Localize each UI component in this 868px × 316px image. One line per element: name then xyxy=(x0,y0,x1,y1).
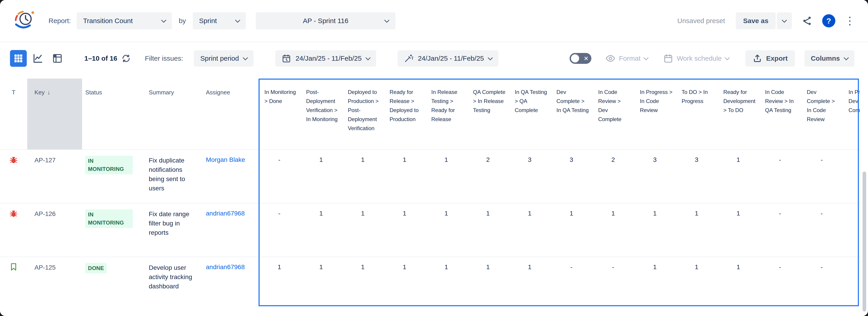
transition-count-cell: 1 xyxy=(300,257,342,310)
transition-column-header[interactable]: To DO > In Progress xyxy=(676,78,717,149)
transition-count-cell: - xyxy=(801,257,843,310)
chart-view-button[interactable] xyxy=(29,50,46,67)
column-header-assignee[interactable]: Assignee xyxy=(204,78,258,149)
refresh-button[interactable] xyxy=(121,54,131,63)
work-date-range-select[interactable]: 24/Jan/25 - 11/Feb/25 xyxy=(398,50,498,67)
vertical-scrollbar-thumb[interactable] xyxy=(863,172,866,312)
chevron-down-icon xyxy=(235,17,240,23)
transition-count-cell: 1 xyxy=(676,257,717,310)
group-by-value: Sprint xyxy=(199,17,217,25)
issue-row: AP-127IN MONITORINGFix duplicate notific… xyxy=(0,149,860,203)
report-type-select[interactable]: Transition Count xyxy=(76,12,172,29)
export-button[interactable]: Export xyxy=(745,50,795,67)
status-badge: IN MONITORING xyxy=(85,209,133,228)
chevron-down-icon xyxy=(643,55,649,61)
work-schedule-label: Work schedule xyxy=(677,55,722,62)
assignee-link[interactable]: andrian67968 xyxy=(206,210,245,217)
issue-summary[interactable]: Fix date range filter bug in reports xyxy=(147,204,204,257)
columns-button[interactable]: Columns xyxy=(805,50,855,67)
status-cell: IN MONITORING xyxy=(82,150,147,203)
transition-column-header[interactable]: Post-Deployment Verification > In Monito… xyxy=(300,78,342,149)
transition-count-cell: 2 xyxy=(467,150,509,203)
transition-count-cell: 1 xyxy=(467,204,509,257)
transition-column-header[interactable]: In Code Review > Dev Complete xyxy=(592,78,634,149)
share-button[interactable] xyxy=(802,15,812,26)
transition-count-cell: 1 xyxy=(342,204,384,257)
save-as-menu-button[interactable] xyxy=(777,12,792,29)
issue-key[interactable]: AP-127 xyxy=(27,150,82,203)
sprint-date-range-select[interactable]: 24/Jan/25 - 11/Feb/25 xyxy=(275,50,376,67)
app-logo-icon xyxy=(12,9,35,33)
transition-column-header[interactable]: Dev Complete > In QA Testing xyxy=(551,78,592,149)
transition-column-header[interactable]: In Progress > Dev Complete xyxy=(843,78,860,149)
toggle-knob xyxy=(571,54,579,63)
transition-column-header[interactable]: In Code Review > In QA Testing xyxy=(759,78,801,149)
pivot-table-icon xyxy=(52,53,63,64)
transition-column-header[interactable]: Ready for Release > Deployed to Producti… xyxy=(384,78,425,149)
chevron-down-icon xyxy=(384,17,390,23)
type-header-label: T xyxy=(12,89,16,96)
column-header-type[interactable]: T xyxy=(0,78,27,149)
transition-column-header[interactable]: Ready for Development > To DO xyxy=(717,78,759,149)
chevron-down-icon xyxy=(724,55,730,61)
transition-count-cell: - xyxy=(759,257,801,310)
transition-column-header[interactable]: In QA Testing > QA Complete xyxy=(509,78,551,149)
transition-column-header[interactable]: In Release Testing > Ready for Release xyxy=(425,78,467,149)
transition-count-cell: 3 xyxy=(551,150,592,203)
issue-type-bug-icon xyxy=(0,204,27,257)
transition-count-cell: 1 xyxy=(384,257,425,310)
filter-period-select[interactable]: Sprint period xyxy=(194,50,253,67)
save-as-button[interactable]: Save as xyxy=(736,12,776,29)
assignee-link[interactable]: Morgan Blake xyxy=(206,156,245,163)
group-by-select[interactable]: Sprint xyxy=(193,12,246,29)
column-header-status[interactable]: Status xyxy=(82,78,147,149)
issue-key[interactable]: AP-126 xyxy=(27,204,82,257)
eye-icon xyxy=(606,54,615,63)
sprint-select[interactable]: AP - Sprint 116 xyxy=(256,12,396,29)
sort-descending-icon: ↓ xyxy=(48,89,50,96)
issue-type-story-icon xyxy=(0,257,27,310)
transition-count-cell: 1 xyxy=(384,204,425,257)
issue-row: AP-126IN MONITORINGFix date range filter… xyxy=(0,203,860,257)
transition-column-header[interactable]: In Progress > In Code Review xyxy=(634,78,676,149)
bookmark-icon xyxy=(9,262,18,271)
work-schedule-button-disabled[interactable]: Work schedule xyxy=(662,53,731,64)
transition-count-cell: 1 xyxy=(509,257,551,310)
transition-column-header[interactable]: Deployed to Production > Post-Deployment… xyxy=(342,78,384,149)
status-badge: IN MONITORING xyxy=(85,156,133,174)
transition-column-header[interactable]: Dev Complete > In Code Review xyxy=(801,78,843,149)
issue-summary[interactable]: Develop user activity tracking dashboard xyxy=(147,257,204,310)
more-menu-button[interactable]: ⋮ xyxy=(844,15,855,26)
bug-icon xyxy=(9,155,19,165)
transition-count-cell xyxy=(843,150,860,203)
report-toolbar: 1–10 of 16 Filter issues: Sprint period … xyxy=(0,42,868,75)
export-icon xyxy=(752,54,762,63)
help-button[interactable]: ? xyxy=(822,14,835,27)
issue-key[interactable]: AP-125 xyxy=(27,257,82,310)
transition-count-cell: 1 xyxy=(634,204,676,257)
toggle-switch[interactable] xyxy=(569,53,591,64)
assignee-link[interactable]: andrian67968 xyxy=(206,264,245,271)
transition-count-cell: 1 xyxy=(425,204,467,257)
column-header-summary[interactable]: Summary xyxy=(147,78,204,149)
issue-type-bug-icon xyxy=(0,150,27,203)
format-button-disabled[interactable]: Format xyxy=(604,53,649,64)
pivot-view-button[interactable] xyxy=(49,50,66,67)
status-header-label: Status xyxy=(85,89,102,96)
transition-column-header[interactable]: In Monitoring > Done xyxy=(258,78,300,149)
column-header-key[interactable]: Key ↓ xyxy=(27,78,82,149)
magic-wand-icon xyxy=(404,54,413,63)
columns-label: Columns xyxy=(811,55,840,62)
transition-column-header[interactable]: QA Complete > In Release Testing xyxy=(467,78,509,149)
summary-header-label: Summary xyxy=(149,89,174,96)
transition-count-cell: 1 xyxy=(258,257,300,310)
bug-icon xyxy=(9,209,19,218)
transition-count-cell: 3 xyxy=(676,150,717,203)
transition-count-cell: 1 xyxy=(300,150,342,203)
chevron-down-icon xyxy=(488,55,493,61)
issue-summary[interactable]: Fix duplicate notifications being sent t… xyxy=(147,150,204,203)
transition-count-cell: - xyxy=(801,150,843,203)
table-view-button[interactable] xyxy=(10,50,27,67)
transition-count-cell: 1 xyxy=(717,204,759,257)
calendar-icon xyxy=(663,54,673,63)
